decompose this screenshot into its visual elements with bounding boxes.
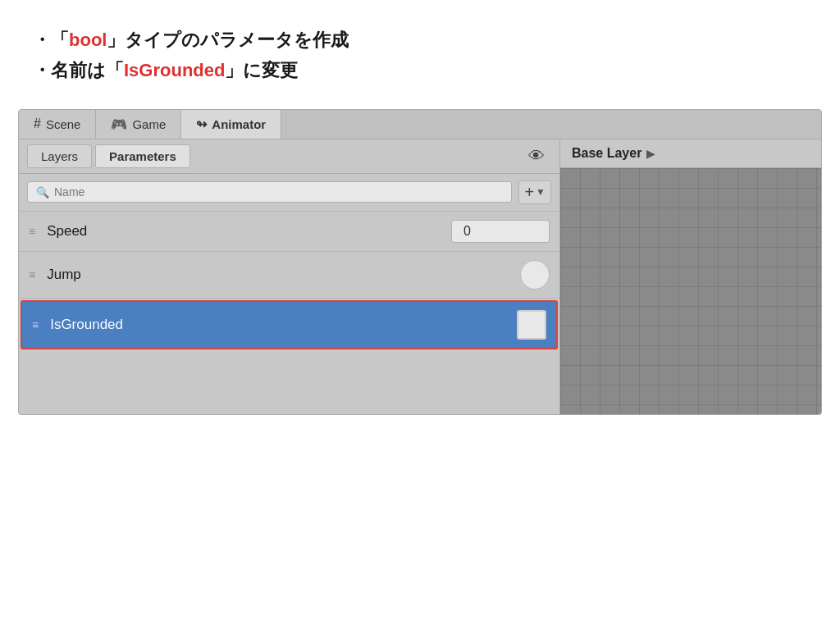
sub-tab-layers-label: Layers [41, 149, 78, 163]
base-layer-arrow-icon: ▶ [646, 147, 655, 160]
right-panel: Base Layer ▶ [560, 139, 821, 415]
animator-grid-area[interactable] [560, 168, 821, 415]
tab-game[interactable]: 🎮 Game [96, 110, 181, 139]
base-layer-title: Base Layer [572, 146, 641, 161]
sub-tab-parameters[interactable]: Parameters [95, 144, 190, 168]
instruction-suffix2: 」に変更 [225, 60, 298, 80]
instruction-keyword2: IsGrounded [124, 60, 225, 80]
tab-animator[interactable]: ↬ Animator [181, 110, 281, 139]
instruction-suffix1: 」タイプのパラメータを作成 [107, 30, 349, 50]
left-panel: Layers Parameters 👁 🔍 + ▼ [19, 139, 560, 415]
scene-icon: # [34, 116, 41, 131]
search-input[interactable] [54, 185, 503, 199]
instructions-panel: ・「bool」タイプのパラメータを作成 ・名前は「IsGrounded」に変更 [33, 25, 807, 86]
sub-tab-bar: Layers Parameters 👁 [19, 139, 559, 174]
instruction-keyword1: bool [69, 30, 107, 50]
param-name-jump: Jump [47, 267, 510, 283]
drag-handle-jump: ≡ [29, 269, 34, 281]
drag-handle-isgrounded: ≡ [32, 319, 37, 331]
search-icon: 🔍 [36, 186, 49, 199]
param-value-speed[interactable]: 0 [451, 220, 550, 243]
instruction-line1: ・「bool」タイプのパラメータを作成 [33, 25, 807, 55]
tab-bar: # Scene 🎮 Game ↬ Animator [19, 110, 821, 139]
instruction-prefix1: ・「 [33, 30, 69, 50]
add-icon: + [524, 183, 534, 202]
add-parameter-button[interactable]: + ▼ [518, 180, 551, 204]
param-toggle-jump[interactable] [520, 260, 550, 290]
eye-icon[interactable]: 👁 [522, 145, 551, 167]
instruction-line2: ・名前は「IsGrounded」に変更 [33, 55, 807, 85]
sub-tab-layers[interactable]: Layers [27, 144, 92, 168]
param-row-speed[interactable]: ≡ Speed 0 [19, 212, 559, 252]
search-input-wrapper: 🔍 [27, 181, 512, 203]
tab-game-label: Game [132, 117, 166, 131]
instruction-prefix2: ・名前は「 [33, 60, 124, 80]
bottom-spacer [19, 351, 559, 400]
param-name-speed: Speed [47, 223, 441, 240]
tab-animator-label: Animator [212, 117, 266, 131]
unity-editor-window: # Scene 🎮 Game ↬ Animator Layers Paramet… [18, 109, 822, 415]
param-name-isgrounded: IsGrounded [50, 317, 507, 333]
game-icon: 🎮 [111, 116, 127, 132]
animator-icon: ↬ [196, 116, 207, 132]
dropdown-arrow-icon: ▼ [536, 186, 546, 198]
search-bar: 🔍 + ▼ [19, 174, 559, 212]
tab-scene[interactable]: # Scene [19, 110, 96, 139]
base-layer-header: Base Layer ▶ [560, 139, 821, 168]
sub-tab-parameters-label: Parameters [109, 149, 176, 163]
drag-handle-speed: ≡ [29, 226, 34, 237]
tab-scene-label: Scene [46, 117, 81, 131]
main-content: Layers Parameters 👁 🔍 + ▼ [19, 139, 821, 415]
param-checkbox-isgrounded[interactable] [517, 310, 546, 340]
param-row-isgrounded[interactable]: ≡ IsGrounded [21, 300, 558, 349]
param-row-jump[interactable]: ≡ Jump [19, 252, 559, 299]
